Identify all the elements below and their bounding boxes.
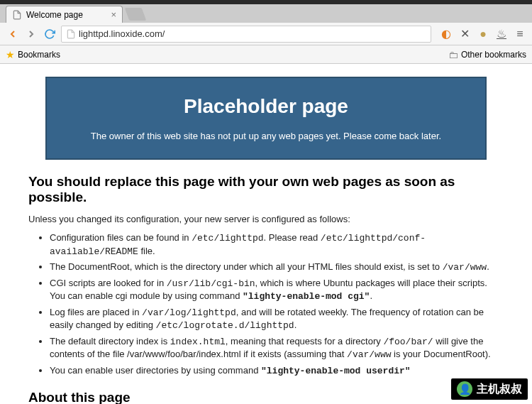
chevron-left-icon — [7, 28, 18, 40]
banner-title: Placeholder page — [61, 95, 471, 118]
heading-replace: You should replace this page with your o… — [28, 174, 504, 205]
extension-icon-2[interactable]: ✕ — [458, 28, 471, 40]
list-item: CGI scripts are looked for in /usr/lib/c… — [50, 277, 504, 303]
chevron-right-icon — [26, 28, 37, 40]
bookmarks-label: Bookmarks — [18, 50, 60, 60]
menu-icon[interactable]: ≡ — [514, 28, 526, 40]
list-item: The default directory index is index.htm… — [50, 335, 504, 361]
tab-bar: Welcome page × — [0, 4, 532, 23]
url-text: lighttpd.linoxide.com/ — [79, 28, 165, 39]
toolbar: lighttpd.linoxide.com/ ◐ ✕ ● ♨ ≡ — [0, 23, 532, 45]
extension-icon-3[interactable]: ● — [477, 28, 489, 40]
bookmarks-button[interactable]: ★ Bookmarks — [6, 49, 60, 60]
banner-subtitle: The owner of this web site has not put u… — [61, 131, 471, 141]
watermark-icon: 👤 — [457, 381, 472, 397]
list-item: The DocumentRoot, which is the directory… — [50, 261, 504, 274]
extension-icon-1[interactable]: ◐ — [440, 28, 453, 40]
url-bar[interactable]: lighttpd.linoxide.com/ — [61, 26, 431, 43]
list-item: You can enable user directories by using… — [50, 364, 504, 378]
other-bookmarks-label: Other bookmarks — [461, 50, 526, 60]
reload-button[interactable] — [43, 27, 57, 41]
star-icon: ★ — [6, 49, 15, 60]
page-icon — [12, 10, 22, 20]
browser-tab[interactable]: Welcome page × — [6, 6, 123, 23]
back-button[interactable] — [6, 27, 20, 41]
content-area[interactable]: Placeholder page The owner of this web s… — [0, 64, 532, 404]
new-tab-button[interactable] — [125, 8, 147, 21]
banner: Placeholder page The owner of this web s… — [45, 77, 487, 160]
list-item: Log files are placed in /var/log/lighttp… — [50, 306, 504, 332]
reload-icon — [44, 28, 55, 40]
forward-button[interactable] — [24, 27, 38, 41]
page-icon — [66, 29, 76, 39]
close-icon[interactable]: × — [111, 9, 116, 20]
page-content: You should replace this page with your o… — [28, 174, 504, 404]
other-bookmarks-button[interactable]: 🗀 Other bookmarks — [448, 49, 526, 60]
config-list: Configuration files can be found in /etc… — [50, 231, 504, 377]
tab-title: Welcome page — [26, 10, 83, 20]
bookmarks-bar: ★ Bookmarks 🗀 Other bookmarks — [0, 45, 532, 64]
extension-icon-4[interactable]: ♨ — [495, 28, 508, 40]
watermark: 👤 主机叔叔 — [451, 378, 528, 400]
intro-text: Unless you changed its configuration, yo… — [28, 214, 504, 224]
watermark-text: 主机叔叔 — [477, 382, 522, 397]
list-item: Configuration files can be found in /etc… — [50, 231, 504, 258]
heading-about: About this page — [28, 390, 504, 404]
folder-icon: 🗀 — [448, 49, 458, 60]
